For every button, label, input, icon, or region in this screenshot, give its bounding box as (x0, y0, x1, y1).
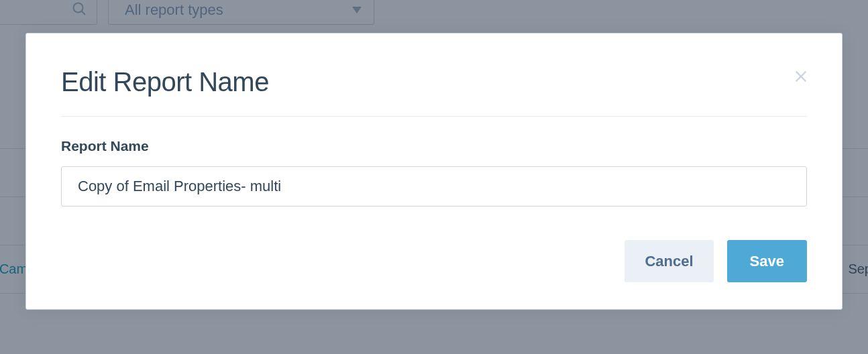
save-button[interactable]: Save (727, 240, 807, 282)
edit-report-name-modal: Edit Report Name Report Name Cancel Save (25, 33, 843, 310)
close-icon[interactable] (791, 64, 811, 90)
cancel-button[interactable]: Cancel (625, 240, 713, 282)
report-name-label: Report Name (61, 138, 807, 154)
modal-title: Edit Report Name (61, 67, 269, 97)
modal-header: Edit Report Name (61, 67, 807, 97)
divider (61, 116, 807, 117)
modal-footer: Cancel Save (61, 240, 807, 282)
report-name-input[interactable] (61, 166, 807, 206)
